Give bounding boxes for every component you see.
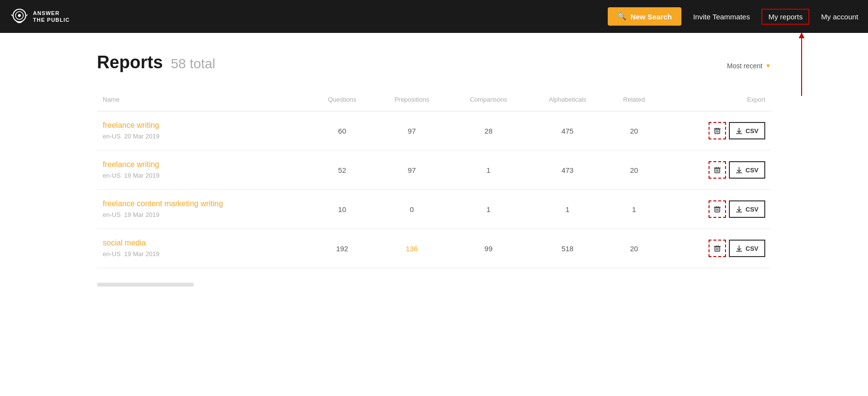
table-header: Name Questions Prepositions Comparisons … — [97, 92, 771, 111]
csv-download-button[interactable]: CSV — [729, 240, 765, 257]
report-alphabeticals: 475 — [528, 111, 607, 151]
report-prepositions: 136 — [375, 229, 449, 268]
col-prepositions: Prepositions — [375, 92, 449, 111]
download-icon — [736, 127, 742, 134]
title-group: Reports 58 total — [97, 52, 215, 73]
table-body: freelance writing en-US 20 Mar 2019 6097… — [97, 111, 771, 268]
report-name-link[interactable]: social media — [103, 239, 304, 247]
svg-point-2 — [18, 14, 21, 17]
delete-button[interactable] — [709, 240, 726, 257]
report-prepositions: 0 — [375, 190, 449, 229]
trash-icon — [713, 166, 721, 174]
trash-icon — [713, 244, 721, 252]
trash-icon — [713, 127, 721, 135]
col-name: Name — [97, 92, 310, 111]
report-related: 1 — [607, 190, 661, 229]
delete-button[interactable] — [709, 122, 726, 139]
report-name-cell: social media en-US 19 Mar 2019 — [97, 229, 310, 268]
csv-download-button[interactable]: CSV — [729, 122, 765, 139]
report-questions: 192 — [310, 229, 374, 268]
my-reports-button[interactable]: My reports — [761, 9, 809, 25]
col-alphabeticals: Alphabeticals — [528, 92, 607, 111]
report-prepositions: 97 — [375, 151, 449, 190]
csv-download-button[interactable]: CSV — [729, 161, 765, 179]
header: ANSWER THE PUBLIC 🔍 New Search Invite Te… — [0, 0, 868, 33]
export-cell: CSV — [661, 151, 771, 190]
report-name-link[interactable]: freelance writing — [103, 121, 304, 130]
col-related: Related — [607, 92, 661, 111]
report-name-link[interactable]: freelance content marketing writing — [103, 199, 304, 208]
download-icon — [736, 245, 742, 252]
csv-download-button[interactable]: CSV — [729, 200, 765, 218]
report-meta: en-US 19 Mar 2019 — [103, 172, 159, 179]
table-row: freelance writing en-US 20 Mar 2019 6097… — [97, 111, 771, 151]
page-subtitle: 58 total — [171, 56, 215, 71]
download-icon — [736, 206, 742, 213]
delete-button[interactable] — [709, 161, 726, 179]
reports-table: Name Questions Prepositions Comparisons … — [97, 92, 771, 268]
table-row: social media en-US 19 Mar 2019 192136995… — [97, 229, 771, 268]
report-related: 20 — [607, 229, 661, 268]
sort-button[interactable]: Most recent ▼ — [727, 62, 771, 70]
report-related: 20 — [607, 111, 661, 151]
search-icon: 🔍 — [617, 12, 627, 21]
logo-icon — [10, 7, 29, 26]
logo-text: ANSWER THE PUBLIC — [33, 10, 70, 24]
report-meta: en-US 19 Mar 2019 — [103, 211, 159, 218]
delete-button[interactable] — [709, 200, 726, 218]
page-title: Reports — [97, 52, 163, 72]
export-cell: CSV — [661, 190, 771, 229]
page-title-row: Reports 58 total Most recent ▼ — [97, 52, 771, 73]
report-comparisons: 1 — [449, 151, 528, 190]
report-name-cell: freelance content marketing writing en-U… — [97, 190, 310, 229]
report-name-cell: freelance writing en-US 19 Mar 2019 — [97, 151, 310, 190]
new-search-button[interactable]: 🔍 New Search — [608, 7, 681, 26]
my-account-button[interactable]: My account — [821, 13, 858, 21]
report-name-cell: freelance writing en-US 20 Mar 2019 — [97, 111, 310, 151]
report-questions: 52 — [310, 151, 374, 190]
table-row: freelance content marketing writing en-U… — [97, 190, 771, 229]
download-icon — [736, 167, 742, 173]
report-meta: en-US 19 Mar 2019 — [103, 250, 159, 258]
col-export: Export — [661, 92, 771, 111]
report-alphabeticals: 473 — [528, 151, 607, 190]
table-row: freelance writing en-US 19 Mar 2019 5297… — [97, 151, 771, 190]
report-questions: 10 — [310, 190, 374, 229]
export-cell: CSV — [661, 111, 771, 151]
chevron-down-icon: ▼ — [765, 62, 771, 69]
scrollbar[interactable] — [97, 283, 194, 287]
header-nav: 🔍 New Search Invite Teammates My reports… — [608, 7, 858, 26]
col-comparisons: Comparisons — [449, 92, 528, 111]
report-comparisons: 99 — [449, 229, 528, 268]
invite-teammates-button[interactable]: Invite Teammates — [693, 13, 750, 21]
report-related: 20 — [607, 151, 661, 190]
report-comparisons: 28 — [449, 111, 528, 151]
report-alphabeticals: 1 — [528, 190, 607, 229]
report-alphabeticals: 518 — [528, 229, 607, 268]
col-questions: Questions — [310, 92, 374, 111]
report-meta: en-US 20 Mar 2019 — [103, 133, 159, 140]
trash-icon — [713, 205, 721, 213]
report-name-link[interactable]: freelance writing — [103, 160, 304, 169]
report-comparisons: 1 — [449, 190, 528, 229]
logo: ANSWER THE PUBLIC — [10, 7, 70, 26]
report-questions: 60 — [310, 111, 374, 151]
main-content: Reports 58 total Most recent ▼ Name Ques… — [0, 33, 868, 396]
export-cell: CSV — [661, 229, 771, 268]
report-prepositions: 97 — [375, 111, 449, 151]
